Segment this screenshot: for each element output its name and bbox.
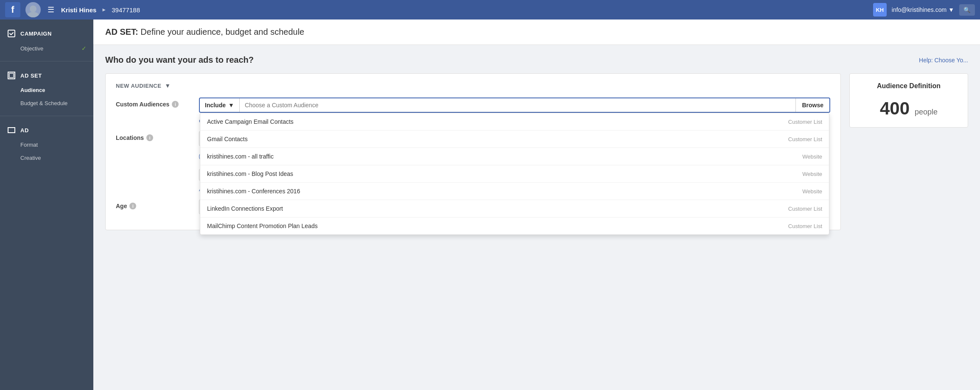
custom-audiences-control: Include ▼ Browse	[199, 98, 830, 124]
breadcrumb-arrow: ►	[101, 7, 106, 13]
age-label: Age i	[116, 199, 192, 209]
people-count-row: 400 people	[858, 98, 959, 119]
page-header: AD SET: Define your audience, budget and…	[93, 20, 980, 45]
people-label: people	[915, 108, 938, 116]
check-icon: ✓	[81, 45, 87, 52]
dropdown-item-5[interactable]: LinkedIn Connections Export Customer Lis…	[200, 200, 829, 217]
audience-dropdown-menu: Active Campaign Email Contacts Customer …	[200, 113, 829, 235]
top-navigation: f ☰ Kristi Hines ► 39477188 KH info@kris…	[0, 0, 980, 20]
dropdown-item-3[interactable]: kristihines.com - Blog Post Ideas Websit…	[200, 165, 829, 183]
svg-rect-2	[8, 30, 15, 37]
dropdown-item-6[interactable]: MailChimp Content Promotion Plan Leads C…	[200, 217, 829, 234]
svg-point-1	[27, 12, 39, 17]
include-dropdown-icon: ▼	[228, 102, 234, 109]
dropdown-item-1[interactable]: Gmail Contacts Customer List	[200, 131, 829, 148]
browse-button[interactable]: Browse	[795, 98, 829, 112]
new-audience-header: NEW AUDIENCE ▼	[116, 82, 830, 89]
top-nav-right: KH info@kristihines.com ▼ 🔍	[873, 3, 975, 17]
main-layout: CAMPAIGN Objective ✓ AD SET Audience	[0, 20, 980, 390]
audience-search-input[interactable]	[240, 98, 796, 112]
dropdown-item-4[interactable]: kristihines.com - Conferences 2016 Websi…	[200, 183, 829, 200]
sidebar-item-objective[interactable]: Objective ✓	[0, 42, 93, 55]
custom-audiences-row: Custom Audiences i Include ▼	[116, 98, 830, 124]
ad-icon	[7, 125, 16, 135]
svg-rect-5	[8, 128, 15, 133]
dropdown-item-2[interactable]: kristihines.com - all traffic Website	[200, 148, 829, 165]
sidebar-item-audience[interactable]: Audience	[0, 84, 93, 97]
sidebar-adset-header: AD SET	[0, 67, 93, 84]
content-main: NEW AUDIENCE ▼ Custom Audiences i	[105, 73, 841, 237]
svg-rect-4	[9, 73, 14, 78]
custom-audiences-info-icon[interactable]: i	[172, 101, 179, 108]
sidebar-item-format[interactable]: Format	[0, 138, 93, 151]
dropdown-chevron-icon: ▼	[948, 6, 954, 13]
help-link[interactable]: Help: Choose Yo...	[919, 57, 968, 64]
search-icon: 🔍	[963, 7, 971, 13]
section-title-row: Who do you want your ads to reach? Help:…	[105, 55, 968, 65]
facebook-logo: f	[5, 2, 20, 17]
sidebar: CAMPAIGN Objective ✓ AD SET Audience	[0, 20, 93, 390]
sidebar-ad-header: AD	[0, 122, 93, 138]
sidebar-section-campaign: CAMPAIGN Objective ✓	[0, 20, 93, 61]
section-title: Who do you want your ads to reach?	[105, 55, 254, 65]
campaign-icon	[7, 29, 16, 38]
sidebar-item-creative[interactable]: Creative	[0, 151, 93, 164]
account-name: Kristi Hines	[61, 6, 96, 14]
audience-definition-title: Audience Definition	[858, 82, 959, 90]
main-content: AD SET: Define your audience, budget and…	[93, 20, 980, 390]
sidebar-campaign-header: CAMPAIGN	[0, 25, 93, 42]
audience-card: NEW AUDIENCE ▼ Custom Audiences i	[105, 73, 841, 230]
svg-point-0	[30, 6, 36, 12]
custom-audiences-label: Custom Audiences i	[116, 98, 192, 108]
people-count: 400	[880, 98, 910, 118]
user-avatar	[25, 2, 41, 17]
new-audience-label: NEW AUDIENCE	[116, 83, 161, 89]
include-button[interactable]: Include ▼	[200, 98, 240, 112]
adset-icon	[7, 71, 16, 80]
sidebar-item-budget-schedule[interactable]: Budget & Schedule	[0, 97, 93, 110]
hamburger-menu[interactable]: ☰	[46, 3, 56, 16]
user-initials-badge: KH	[873, 3, 887, 17]
account-id: 39477188	[112, 6, 140, 14]
search-button[interactable]: 🔍	[959, 4, 975, 16]
audience-input-wrapper: Include ▼ Browse	[199, 98, 830, 113]
age-info-icon[interactable]: i	[129, 203, 136, 209]
sidebar-section-ad: AD Format Creative	[0, 116, 93, 170]
new-audience-dropdown-button[interactable]: ▼	[165, 82, 171, 89]
email-dropdown[interactable]: info@kristihines.com ▼	[892, 6, 954, 13]
locations-info-icon[interactable]: i	[146, 134, 153, 141]
locations-label: Locations i	[116, 131, 192, 141]
sidebar-section-adset: AD SET Audience Budget & Schedule	[0, 61, 93, 116]
audience-definition-panel: Audience Definition 400 people	[849, 73, 968, 128]
page-title: AD SET: Define your audience, budget and…	[105, 27, 968, 37]
dropdown-item-0[interactable]: Active Campaign Email Contacts Customer …	[200, 113, 829, 131]
content-area: Who do you want your ads to reach? Help:…	[93, 45, 980, 247]
content-with-panel: NEW AUDIENCE ▼ Custom Audiences i	[105, 73, 968, 237]
